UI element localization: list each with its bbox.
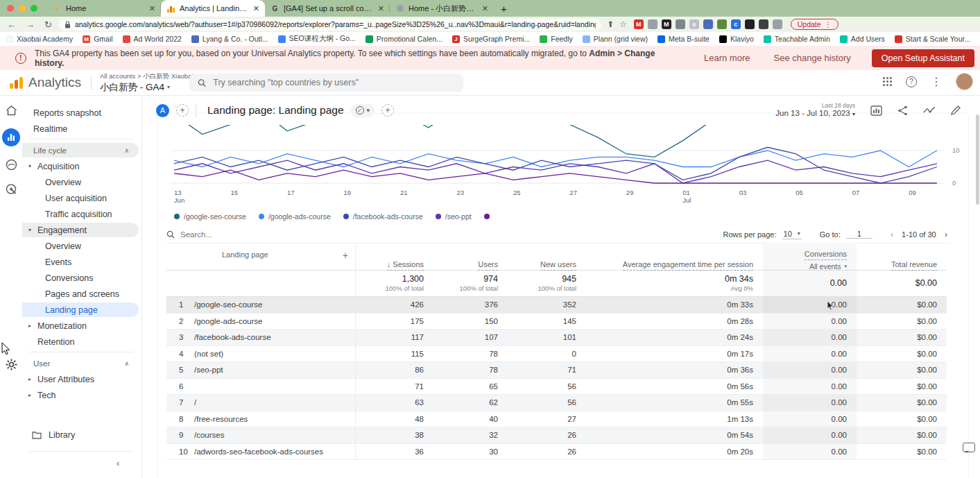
ga-search-bar[interactable] — [189, 74, 463, 92]
browser-extension-icon[interactable] — [717, 19, 727, 29]
sidebar-item-engagement-overview[interactable]: Overview — [22, 239, 139, 253]
rows-per-page-select[interactable]: 10▾ — [782, 230, 802, 239]
tab-school-home[interactable]: Home - 小白新势学院 ✕ — [390, 0, 494, 17]
browser-extension-icon[interactable] — [745, 19, 755, 29]
legend-item[interactable]: /google-ads-course — [259, 212, 331, 221]
browser-extension-icon[interactable] — [759, 19, 768, 29]
back-icon[interactable]: ← — [7, 19, 16, 30]
browser-extension-icon[interactable] — [648, 19, 657, 29]
window-controls[interactable] — [7, 5, 37, 12]
table-row[interactable]: 6 71 65 56 0m 56s 0.00 $0.00 — [166, 379, 947, 395]
table-row[interactable]: 2 /google-ads-course 175 150 145 0m 28s … — [166, 314, 947, 330]
share-page-icon[interactable]: ⬆ — [607, 19, 614, 29]
tab-home[interactable]: ♥ Home ✕ — [47, 0, 161, 17]
sidebar-item-pages-and-screens[interactable]: Pages and screens — [22, 287, 139, 301]
landing-page-cell[interactable]: / — [194, 395, 356, 411]
landing-page-cell[interactable]: /google-seo-course — [194, 297, 356, 313]
sidebar-section-life-cycle[interactable]: Life cycle∧ — [22, 143, 139, 157]
tab-close-icon[interactable]: ✕ — [378, 4, 384, 13]
bookmark-item[interactable]: SEO课程大纲 - Go... — [278, 34, 356, 44]
collapsed-arrow-icon[interactable]: ▸ — [22, 392, 37, 398]
window-close-button[interactable] — [7, 5, 14, 12]
collapsed-arrow-icon[interactable]: ▸ — [22, 376, 37, 382]
sidebar-item-events[interactable]: Events — [22, 255, 139, 269]
column-header-users[interactable]: Users — [433, 244, 508, 271]
collapsed-arrow-icon[interactable]: ▸ — [22, 323, 37, 329]
window-minimize-button[interactable] — [19, 5, 26, 12]
browser-extension-icon[interactable]: s — [689, 19, 699, 29]
prev-page-icon[interactable]: ‹ — [888, 229, 896, 239]
tab-close-icon[interactable]: ✕ — [253, 4, 259, 13]
sidebar-item-landing-page[interactable]: Landing page — [22, 302, 139, 317]
column-header-new-users[interactable]: New users — [508, 244, 586, 271]
sidebar-section-user[interactable]: User∧ — [22, 356, 139, 370]
page-scrollbar[interactable] — [976, 114, 979, 205]
landing-page-cell[interactable]: /free-resources — [194, 411, 356, 427]
tab-close-icon[interactable]: ✕ — [149, 4, 155, 13]
share-icon[interactable] — [897, 105, 908, 116]
expand-arrow-icon[interactable]: ▾ — [22, 227, 37, 233]
more-vert-icon[interactable]: ⋮ — [931, 75, 942, 88]
table-row[interactable]: 5 /seo-ppt 86 78 71 0m 36s 0.00 $0.00 — [166, 362, 947, 379]
forward-icon[interactable]: → — [26, 19, 35, 30]
table-search-input[interactable] — [180, 230, 264, 239]
column-header-total-revenue[interactable]: Total revenue — [857, 244, 947, 271]
landing-page-cell[interactable]: /google-ads-course — [194, 314, 356, 330]
sidebar-group-acquisition[interactable]: ▾Acquisition — [22, 159, 139, 173]
new-tab-button[interactable]: + — [501, 3, 507, 15]
bookmark-item[interactable]: Promotional Calen... — [366, 35, 442, 43]
add-comparison-button[interactable]: + — [176, 104, 189, 117]
table-row[interactable]: 8 /free-resources 48 40 27 1m 13s 0.00 $… — [166, 411, 947, 428]
bookmark-item[interactable]: J SurgeGraph Premi... — [452, 35, 530, 43]
dimension-selector-pill[interactable]: ✓ ▾ — [351, 104, 375, 117]
learn-more-link[interactable]: Learn more — [704, 53, 750, 63]
bookmark-item[interactable]: Plann (grid view) — [583, 35, 648, 43]
landing-page-cell[interactable]: (not set) — [194, 346, 356, 362]
bookmark-item[interactable]: Start & Scale Your... — [895, 35, 970, 43]
browser-extension-icon[interactable] — [773, 19, 782, 29]
browser-extension-icon[interactable]: M — [662, 19, 671, 29]
see-change-history-link[interactable]: See change history — [773, 53, 850, 63]
browser-update-button[interactable]: Update ⋮ — [791, 19, 839, 30]
add-column-icon[interactable]: + — [343, 250, 348, 261]
open-setup-assistant-button[interactable]: Open Setup Assistant — [872, 49, 974, 67]
reload-icon[interactable]: ↻ — [44, 19, 52, 30]
bookmark-item[interactable]: N Xiaobai Academy — [6, 35, 73, 43]
legend-item[interactable]: /seo-ppt — [436, 212, 472, 221]
customize-report-icon[interactable] — [870, 105, 882, 116]
help-icon[interactable]: ? — [906, 76, 917, 87]
browser-extension-icon[interactable] — [703, 19, 713, 29]
table-row[interactable]: 3 /facebook-ads-course 117 107 101 0m 24… — [166, 330, 947, 346]
bookmark-item[interactable]: Add Users — [840, 35, 885, 43]
tab-close-icon[interactable]: ✕ — [482, 4, 488, 13]
collapse-sidebar-icon[interactable]: ‹ — [117, 458, 119, 468]
table-row[interactable]: 9 /courses 38 32 26 0m 54s 0.00 $0.00 — [166, 427, 947, 444]
sidebar-item-realtime[interactable]: Realtime — [22, 121, 139, 136]
date-range-picker[interactable]: Last 28 days Jun 13 - Jul 10, 2023 ▾ — [775, 103, 855, 118]
bookmark-item[interactable]: Meta B-suite — [657, 35, 710, 43]
landing-page-cell[interactable]: /courses — [194, 427, 356, 443]
column-header-conversions[interactable]: ConversionsAll events▾ — [763, 244, 857, 271]
bookmark-item[interactable]: Klaviyo — [719, 35, 754, 43]
bookmark-item[interactable]: Teachable Admin — [764, 35, 830, 43]
sidebar-group-user-attributes[interactable]: ▸User Attributes — [22, 372, 139, 386]
settings-gear-icon[interactable] — [6, 359, 17, 370]
table-search[interactable] — [166, 230, 264, 239]
table-row[interactable]: 4 (not set) 115 78 0 0m 17s 0.00 $0.00 — [166, 346, 947, 363]
goto-page-input[interactable] — [846, 230, 872, 239]
conversions-event-selector[interactable]: All events▾ — [809, 262, 847, 271]
sidebar-item-user-acquisition[interactable]: User acquisition — [22, 191, 139, 205]
avatar[interactable] — [956, 73, 973, 90]
sidebar-item-reports-snapshot[interactable]: Reports snapshot — [22, 105, 139, 120]
bookmark-item[interactable]: Ad World 2022 — [123, 35, 182, 43]
address-bar[interactable]: analytics.google.com/analytics/web/?auth… — [59, 19, 601, 31]
sidebar-item-conversions[interactable]: Conversions — [22, 271, 139, 285]
feedback-bubble-icon[interactable] — [963, 443, 975, 452]
table-row[interactable]: 1 /google-seo-course 426 376 352 0m 33s … — [166, 297, 947, 314]
bookmark-item[interactable]: Lyang & Co. - Outl... — [191, 35, 268, 43]
landing-page-cell[interactable]: /facebook-ads-course — [194, 330, 356, 345]
sidebar-item-retention[interactable]: Retention — [22, 334, 139, 349]
edit-icon[interactable] — [951, 105, 961, 115]
reports-icon[interactable] — [2, 128, 20, 146]
variant-a-badge[interactable]: A — [156, 104, 169, 117]
